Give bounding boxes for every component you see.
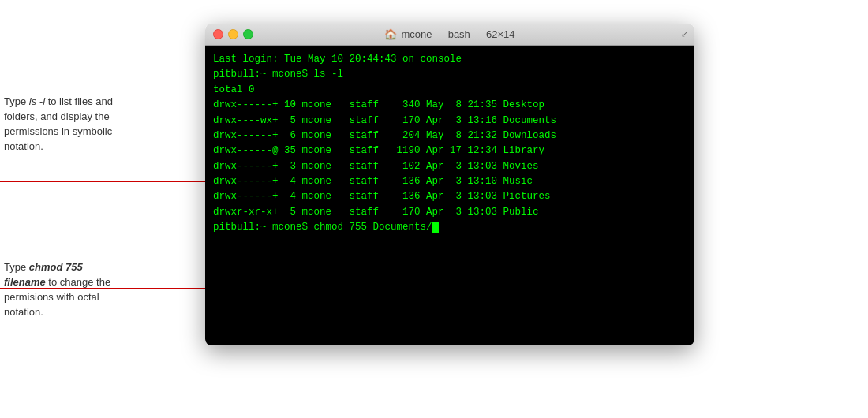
home-icon: 🏠: [384, 28, 397, 40]
terminal-titlebar: 🏠 mcone — bash — 62×14 ⤢: [205, 24, 694, 46]
terminal-line-11: drwxr-xr-x+ 5 mcone staff 170 Apr 3 13:0…: [213, 205, 687, 220]
terminal-line-9: drwx------+ 4 mcone staff 136 Apr 3 13:1…: [213, 174, 687, 189]
terminal-window: 🏠 mcone — bash — 62×14 ⤢ Last login: Tue…: [205, 24, 694, 345]
terminal-line-7: drwx------@ 35 mcone staff 1190 Apr 17 1…: [213, 144, 687, 159]
minimize-button[interactable]: [228, 29, 238, 39]
annotation-ls-l: Type ls -l to list files and folders, an…: [4, 95, 158, 154]
resize-icon: ⤢: [681, 29, 688, 39]
terminal-line-12: pitbull:~ mcone$ chmod 755 Documents/: [213, 220, 687, 235]
terminal-cursor: [432, 222, 439, 233]
terminal-line-6: drwx------+ 6 mcone staff 204 May 8 21:3…: [213, 129, 687, 144]
terminal-body[interactable]: Last login: Tue May 10 20:44:43 on conso…: [205, 46, 694, 345]
traffic-lights: [213, 29, 253, 39]
annotations-area: Type ls -l to list files and folders, an…: [0, 0, 158, 418]
page-container: Type ls -l to list files and folders, an…: [0, 0, 868, 418]
terminal-title-text: mcone — bash — 62×14: [401, 28, 514, 40]
annotation-chmod: Type chmod 755 filename to change the pe…: [4, 260, 158, 319]
terminal-line-1: Last login: Tue May 10 20:44:43 on conso…: [213, 52, 687, 67]
terminal-line-8: drwx------+ 3 mcone staff 102 Apr 3 13:0…: [213, 159, 687, 174]
close-button[interactable]: [213, 29, 223, 39]
terminal-line-3: total 0: [213, 83, 687, 98]
terminal-line-4: drwx------+ 10 mcone staff 340 May 8 21:…: [213, 98, 687, 113]
terminal-line-2: pitbull:~ mcone$ ls -l: [213, 67, 687, 82]
terminal-line-10: drwx------+ 4 mcone staff 136 Apr 3 13:0…: [213, 189, 687, 204]
annotation-chmod-text: Type chmod 755 filename to change the pe…: [4, 260, 158, 319]
annotation-ls-l-text: Type ls -l to list files and folders, an…: [4, 95, 158, 154]
terminal-line-5: drwx----wx+ 5 mcone staff 170 Apr 3 13:1…: [213, 114, 687, 129]
terminal-title: 🏠 mcone — bash — 62×14: [384, 28, 514, 40]
maximize-button[interactable]: [243, 29, 253, 39]
